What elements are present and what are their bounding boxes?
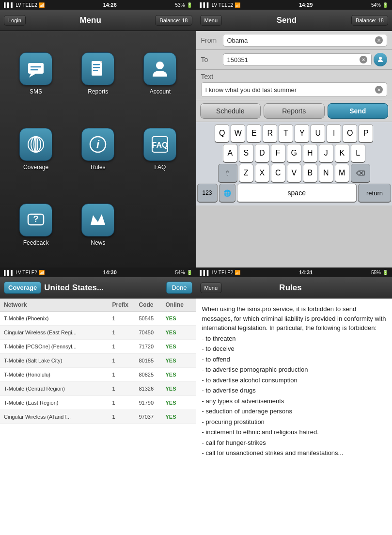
key-k[interactable]: K <box>335 144 349 162</box>
key-m[interactable]: M <box>335 164 349 182</box>
key-w[interactable]: W <box>231 124 245 142</box>
key-z[interactable]: Z <box>239 164 253 182</box>
key-y[interactable]: Y <box>295 124 309 142</box>
svg-point-20 <box>379 57 382 60</box>
key-h[interactable]: H <box>303 144 317 162</box>
to-value: 150351 <box>227 56 360 63</box>
key-n[interactable]: N <box>319 164 333 182</box>
menu-back-button[interactable]: Menu <box>200 15 222 26</box>
screen-menu: ▌▌▌ LV TELE2 📶 14:26 53% 🔋 Login Menu Ba… <box>0 0 196 268</box>
battery-icon: 🔋 <box>187 2 192 8</box>
col-code: Code <box>139 301 166 308</box>
key-u[interactable]: U <box>311 124 325 142</box>
key-c[interactable]: C <box>271 164 285 182</box>
keyboard: Q W E R T Y U I O P A S D F G H J K L <box>196 122 392 205</box>
key-j[interactable]: J <box>319 144 333 162</box>
key-e[interactable]: E <box>247 124 261 142</box>
td-prefix: 1 <box>112 344 139 349</box>
faq-icon: FAQ <box>143 128 176 161</box>
text-label: Text <box>201 73 388 80</box>
key-f[interactable]: F <box>271 144 285 162</box>
numbers-key[interactable]: 123 <box>197 184 218 202</box>
text-clear-button[interactable]: ✕ <box>375 86 383 94</box>
battery-icon-send: 🔋 <box>382 2 388 8</box>
carrier-coverage: LV TELE2 <box>16 270 37 275</box>
send-balance-button[interactable]: Balance: 18 <box>351 15 388 26</box>
coverage-label: Coverage <box>23 164 48 171</box>
menu-item-rules[interactable]: i Rules <box>67 111 129 187</box>
rules-list-item: - incitement to ethnic and religious hat… <box>202 427 387 437</box>
nav-bar-rules: Menu Rules <box>196 277 392 299</box>
sms-icon <box>19 52 52 85</box>
td-online: YES <box>166 330 192 335</box>
rules-menu-button[interactable]: Menu <box>200 283 222 293</box>
send-action-button[interactable]: Send <box>328 103 389 119</box>
backspace-key[interactable]: ⌫ <box>351 164 370 182</box>
td-network: T-Mobile (Central Region) <box>4 386 112 392</box>
contact-picker-button[interactable] <box>374 53 387 66</box>
menu-item-news[interactable]: News <box>67 187 129 263</box>
table-header: Network Prefix Code Online <box>0 299 196 312</box>
rules-content: When using the isms.pro service, it is f… <box>196 299 392 535</box>
td-code: 70450 <box>139 330 166 335</box>
rules-list-item: - seduction of underage persons <box>202 407 387 416</box>
menu-item-account[interactable]: Account <box>129 36 191 111</box>
nav-bar-send: Menu Send Balance: 18 <box>196 10 392 31</box>
svg-rect-4 <box>92 61 102 76</box>
globe-key[interactable]: 🌐 <box>219 184 235 202</box>
key-g[interactable]: G <box>287 144 301 162</box>
menu-item-faq[interactable]: FAQ FAQ <box>129 111 191 187</box>
return-key[interactable]: return <box>358 184 391 202</box>
menu-item-coverage[interactable]: Coverage <box>5 111 67 187</box>
key-p[interactable]: P <box>359 124 373 142</box>
login-button[interactable]: Login <box>4 15 26 26</box>
key-b[interactable]: B <box>303 164 317 182</box>
wifi-icon-rules: 📶 <box>235 270 240 275</box>
coverage-tag: Coverage <box>4 282 41 294</box>
key-s[interactable]: S <box>239 144 253 162</box>
from-clear-button[interactable]: ✕ <box>375 36 383 44</box>
space-key[interactable]: space <box>237 184 357 202</box>
key-l[interactable]: L <box>351 144 365 162</box>
key-r[interactable]: R <box>263 124 277 142</box>
table-row: Cingular Wireless (ATandT... 1 97037 YES <box>0 410 196 424</box>
reports-action-button[interactable]: Reports <box>264 103 325 119</box>
to-field[interactable]: 150351 ✕ <box>223 53 372 66</box>
battery-coverage: 54% <box>175 270 185 275</box>
menu-title: Menu <box>26 16 155 25</box>
signal-icon-send: ▌▌▌ <box>200 2 210 8</box>
key-x[interactable]: X <box>255 164 269 182</box>
to-clear-button[interactable]: ✕ <box>360 56 367 63</box>
key-v[interactable]: V <box>287 164 301 182</box>
wifi-icon-send: 📶 <box>235 2 240 8</box>
coverage-done-button[interactable]: Done <box>166 282 192 294</box>
key-a[interactable]: A <box>223 144 237 162</box>
menu-item-reports[interactable]: Reports <box>67 36 129 111</box>
td-network: T-Mobile (East Region) <box>4 400 112 406</box>
key-i[interactable]: I <box>327 124 341 142</box>
menu-item-sms[interactable]: SMS <box>5 36 67 111</box>
text-field[interactable]: I know what you did last summer ✕ <box>201 82 388 97</box>
td-prefix: 1 <box>112 386 139 392</box>
key-d[interactable]: D <box>255 144 269 162</box>
keyboard-row-2: A S D F G H J K L <box>197 144 392 162</box>
shift-key[interactable]: ⇧ <box>218 164 237 182</box>
balance-button[interactable]: Balance: 18 <box>155 15 192 26</box>
from-field[interactable]: Obama ✕ <box>223 34 388 47</box>
rules-list-item: - to threaten <box>202 334 387 344</box>
keyboard-row-1: Q W E R T Y U I O P <box>197 124 392 142</box>
carrier-send: LV TELE2 <box>212 2 234 8</box>
time-rules: 14:31 <box>299 269 313 275</box>
action-row: Schedule Reports Send <box>196 100 392 122</box>
key-q[interactable]: Q <box>215 124 229 142</box>
text-value: I know what you did last summer <box>205 86 297 94</box>
time-menu: 14:26 <box>103 2 117 8</box>
key-o[interactable]: O <box>343 124 357 142</box>
key-t[interactable]: T <box>279 124 293 142</box>
rules-title: Rules <box>222 283 359 293</box>
menu-item-feedback[interactable]: ? Feedback <box>5 187 67 263</box>
table-row: Cingular Wireless (East Regi... 1 70450 … <box>0 326 196 340</box>
table-row: T-Mobile (Central Region) 1 81326 YES <box>0 382 196 396</box>
schedule-button[interactable]: Schedule <box>200 103 261 119</box>
td-prefix: 1 <box>112 400 139 406</box>
